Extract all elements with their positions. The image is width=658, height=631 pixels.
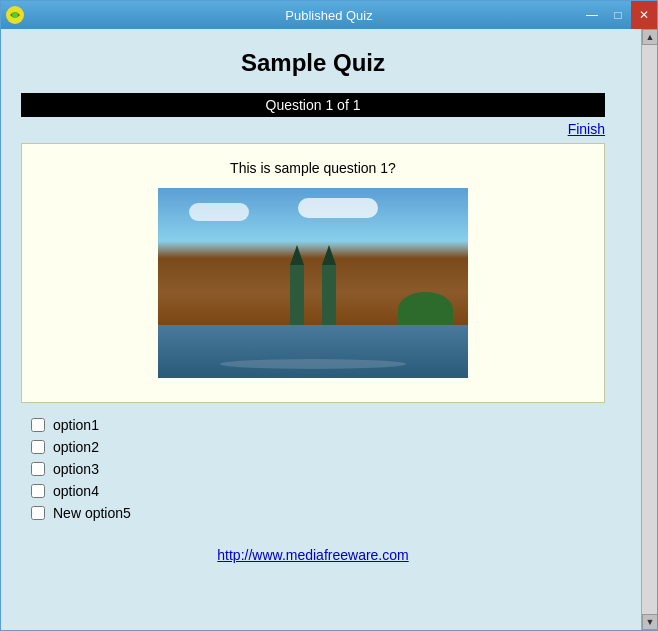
cloud-2 [298, 198, 378, 218]
option-label-1: option1 [53, 417, 99, 433]
option-checkbox-3[interactable] [31, 462, 45, 476]
scroll-down-arrow[interactable]: ▼ [642, 614, 657, 630]
question-image [158, 188, 468, 378]
svg-point-1 [12, 12, 18, 18]
water-layer [158, 325, 468, 378]
option-checkbox-4[interactable] [31, 484, 45, 498]
water-reflection [220, 359, 406, 369]
option-item-5: New option5 [31, 505, 595, 521]
footer-link[interactable]: http://www.mediafreeware.com [217, 547, 408, 563]
maximize-button[interactable]: □ [605, 1, 631, 29]
finish-link[interactable]: Finish [568, 121, 605, 137]
option-item-3: option3 [31, 461, 595, 477]
app-icon-container [5, 5, 25, 28]
option-label-5: New option5 [53, 505, 131, 521]
towers-layer [290, 265, 336, 325]
option-checkbox-1[interactable] [31, 418, 45, 432]
scroll-up-arrow[interactable]: ▲ [642, 29, 657, 45]
option-label-4: option4 [53, 483, 99, 499]
option-label-2: option2 [53, 439, 99, 455]
title-bar: Published Quiz — □ ✕ [1, 1, 657, 29]
cloud-1 [189, 203, 249, 221]
option-label-3: option3 [53, 461, 99, 477]
question-text: This is sample question 1? [230, 160, 396, 176]
main-content: Sample Quiz Question 1 of 1 Finish This … [1, 29, 625, 630]
question-header: Question 1 of 1 [21, 93, 605, 117]
minimize-button[interactable]: — [579, 1, 605, 29]
scrollbar: ▲ ▼ [641, 29, 657, 630]
question-box: This is sample question 1? [21, 143, 605, 403]
window-title: Published Quiz [285, 8, 372, 23]
close-button[interactable]: ✕ [631, 1, 657, 29]
tower-left [290, 265, 304, 325]
option-checkbox-2[interactable] [31, 440, 45, 454]
option-item-1: option1 [31, 417, 595, 433]
option-item-4: option4 [31, 483, 595, 499]
window-controls: — □ ✕ [579, 1, 657, 29]
scroll-track [642, 45, 657, 614]
trees-right [398, 292, 453, 327]
options-section: option1 option2 option3 option4 [21, 417, 605, 527]
option-checkbox-5[interactable] [31, 506, 45, 520]
option-item-2: option2 [31, 439, 595, 455]
app-icon [5, 5, 25, 25]
tower-right [322, 265, 336, 325]
quiz-title: Sample Quiz [241, 49, 385, 77]
